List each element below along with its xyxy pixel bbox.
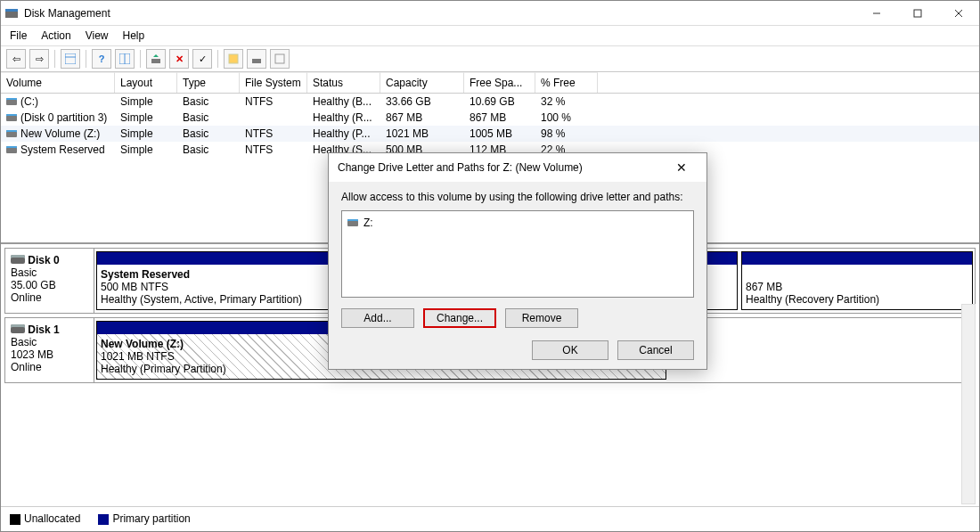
forward-button[interactable]: ⇨ xyxy=(29,49,49,69)
drive-icon xyxy=(6,98,17,105)
vol-name: (C:) xyxy=(20,95,38,108)
vol-pct: 32 % xyxy=(535,94,598,110)
partition-system-reserved[interactable]: System Reserved 500 MB NTFS Healthy (Sys… xyxy=(96,251,355,310)
disk1-label[interactable]: Disk 1 Basic 1023 MB Online xyxy=(5,318,94,382)
vertical-scrollbar[interactable] xyxy=(961,304,976,504)
vol-type: Basic xyxy=(177,110,240,126)
volume-row[interactable]: New Volume (Z:) Simple Basic NTFS Health… xyxy=(1,126,979,142)
vol-free: 867 MB xyxy=(464,110,535,126)
vol-name: New Volume (Z:) xyxy=(20,127,100,140)
help-icon[interactable]: ? xyxy=(92,49,111,69)
part-status: Healthy (Recovery Partition) xyxy=(746,293,879,306)
toolbar-sep xyxy=(54,50,55,68)
back-button[interactable]: ⇦ xyxy=(6,49,26,69)
toolbar: ⇦ ⇨ ? ✕ ✓ xyxy=(1,46,979,72)
col-fs[interactable]: File System xyxy=(240,72,307,93)
disk-state: Online xyxy=(11,361,42,373)
vol-free: 1005 MB xyxy=(464,126,535,142)
drive-icon xyxy=(6,146,17,153)
path-label: Z: xyxy=(363,217,373,229)
menu-help[interactable]: Help xyxy=(123,29,145,42)
volume-list-header: Volume Layout Type File System Status Ca… xyxy=(1,72,979,94)
cancel-button[interactable]: Cancel xyxy=(617,340,694,360)
legend: Unallocated Primary partition xyxy=(1,506,979,530)
close-button[interactable] xyxy=(938,1,979,26)
col-pctfree[interactable]: % Free xyxy=(535,72,598,93)
vol-cap: 867 MB xyxy=(380,110,464,126)
part-title: New Volume (Z:) xyxy=(101,338,184,350)
drive-icon xyxy=(6,130,17,137)
disk-state: Online xyxy=(11,291,42,304)
disk-type: Basic xyxy=(11,336,37,348)
change-drive-letter-dialog: Change Drive Letter and Paths for Z: (Ne… xyxy=(328,152,707,370)
legend-unalloc: Unallocated xyxy=(10,512,80,525)
app-icon xyxy=(4,6,19,20)
volume-row[interactable]: (C:) Simple Basic NTFS Healthy (B... 33.… xyxy=(1,94,979,110)
volume-row[interactable]: (Disk 0 partition 3) Simple Basic Health… xyxy=(1,110,979,126)
dialog-title: Change Drive Letter and Paths for Z: (Ne… xyxy=(338,161,666,174)
svg-rect-11 xyxy=(229,54,238,63)
col-volume[interactable]: Volume xyxy=(1,72,115,93)
toolbar-sep xyxy=(140,50,141,68)
delete-icon[interactable]: ✕ xyxy=(169,49,189,69)
part-size: 500 MB NTFS xyxy=(101,281,168,293)
vol-type: Basic xyxy=(177,126,240,142)
vol-pct: 98 % xyxy=(535,126,598,142)
toolbar-icon[interactable] xyxy=(115,49,135,69)
disk0-label[interactable]: Disk 0 Basic 35.00 GB Online xyxy=(5,249,94,313)
vol-free: 10.69 GB xyxy=(464,94,535,110)
svg-rect-6 xyxy=(65,53,76,64)
vol-type: Basic xyxy=(177,94,240,110)
vol-layout: Simple xyxy=(115,126,177,142)
part-size: 867 MB xyxy=(746,281,782,293)
svg-rect-12 xyxy=(252,59,261,63)
svg-rect-3 xyxy=(914,10,921,17)
col-capacity[interactable]: Capacity xyxy=(380,72,464,93)
vol-status: Healthy (P... xyxy=(307,126,380,142)
vol-status: Healthy (R... xyxy=(307,110,380,126)
menu-file[interactable]: File xyxy=(10,29,27,42)
minimize-button[interactable] xyxy=(856,1,897,26)
menu-action[interactable]: Action xyxy=(41,29,70,42)
drive-icon xyxy=(347,219,358,226)
col-status[interactable]: Status xyxy=(307,72,380,93)
svg-rect-1 xyxy=(5,9,18,12)
vol-name: System Reserved xyxy=(20,143,105,156)
dialog-instruction: Allow access to this volume by using the… xyxy=(341,191,694,203)
disk-icon xyxy=(11,255,25,264)
toolbar-icon[interactable] xyxy=(247,49,266,69)
disk-icon xyxy=(11,324,25,333)
vol-layout: Simple xyxy=(115,142,177,158)
drive-icon xyxy=(6,114,17,121)
partition-recovery[interactable]: 867 MB Healthy (Recovery Partition) xyxy=(741,251,973,310)
vol-fs: NTFS xyxy=(240,142,307,158)
part-status: Healthy (Primary Partition) xyxy=(101,363,226,375)
toolbar-icon[interactable] xyxy=(224,49,243,69)
toolbar-icon[interactable] xyxy=(270,49,290,69)
vol-type: Basic xyxy=(177,142,240,158)
vol-status: Healthy (B... xyxy=(307,94,380,110)
part-size: 1021 MB NTFS xyxy=(101,350,175,363)
col-type[interactable]: Type xyxy=(177,72,240,93)
add-button[interactable]: Add... xyxy=(341,308,414,328)
window-title: Disk Management xyxy=(24,7,976,20)
properties-icon[interactable]: ✓ xyxy=(192,49,212,69)
disk-name: Disk 0 xyxy=(28,254,59,266)
legend-primary: Primary partition xyxy=(98,512,190,525)
toolbar-view-icon[interactable] xyxy=(61,49,80,69)
maximize-button[interactable] xyxy=(897,1,938,26)
paths-listbox[interactable]: Z: xyxy=(341,210,694,298)
vol-name: (Disk 0 partition 3) xyxy=(20,111,107,124)
ok-button[interactable]: OK xyxy=(532,340,608,360)
window-controls xyxy=(856,1,979,26)
remove-button[interactable]: Remove xyxy=(505,308,578,328)
vol-layout: Simple xyxy=(115,94,177,110)
menu-view[interactable]: View xyxy=(86,29,109,42)
dialog-close-button[interactable]: ✕ xyxy=(666,160,698,175)
menubar: File Action View Help xyxy=(1,26,979,46)
path-entry[interactable]: Z: xyxy=(347,217,688,229)
col-freespace[interactable]: Free Spa... xyxy=(464,72,535,93)
col-layout[interactable]: Layout xyxy=(115,72,177,93)
change-button[interactable]: Change... xyxy=(423,308,496,328)
refresh-icon[interactable] xyxy=(146,49,166,69)
